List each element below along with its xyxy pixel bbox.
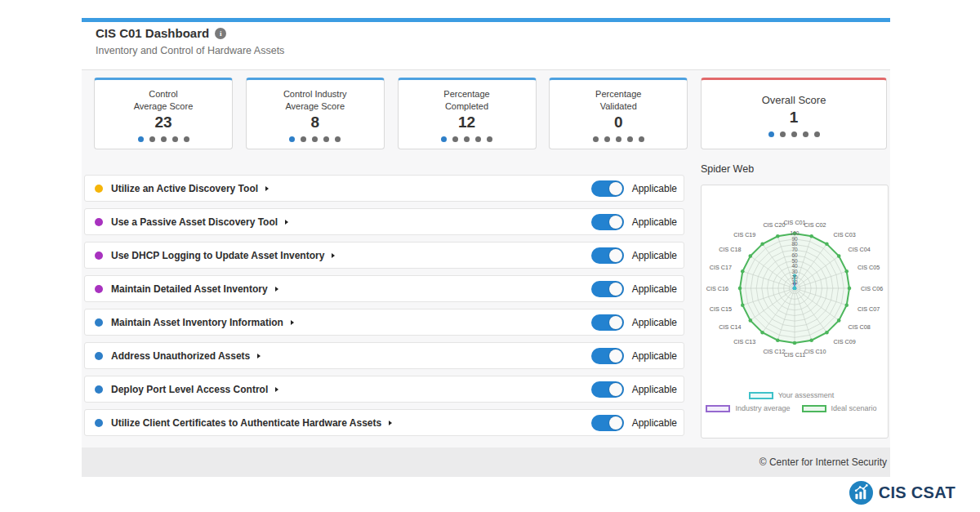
score-card-dots bbox=[768, 131, 820, 137]
expand-caret-icon[interactable] bbox=[291, 320, 294, 325]
toggle-knob bbox=[609, 416, 622, 430]
score-dot bbox=[184, 136, 189, 142]
applicable-label: Applicable bbox=[632, 384, 677, 395]
radar-legend: Your assessmentIndustry averageIdeal sce… bbox=[702, 391, 888, 412]
legend-swatch-icon bbox=[749, 392, 773, 399]
score-card-label: Control Industry Average Score bbox=[283, 88, 347, 113]
score-card-dots bbox=[289, 136, 341, 142]
score-dot bbox=[803, 131, 808, 137]
spider-web-title: Spider Web bbox=[701, 163, 754, 175]
controls-list: Utilize an Active Discovery Tool Applica… bbox=[84, 175, 684, 443]
footer-bar: © Center for Internet Security bbox=[82, 447, 890, 477]
svg-text:CIS C15: CIS C15 bbox=[710, 305, 732, 313]
expand-caret-icon[interactable] bbox=[285, 220, 288, 225]
toggle-knob bbox=[609, 249, 622, 262]
applicable-label: Applicable bbox=[632, 283, 677, 295]
applicable-toggle[interactable] bbox=[591, 348, 624, 364]
score-dot bbox=[814, 131, 820, 137]
score-dot bbox=[172, 136, 178, 142]
score-card-label: Percentage Completed bbox=[443, 88, 489, 113]
control-label: Utilize Client Certificates to Authentic… bbox=[111, 417, 381, 429]
toggle-knob bbox=[609, 316, 622, 329]
control-row[interactable]: Use a Passive Asset Discovery Tool Appli… bbox=[84, 208, 684, 235]
svg-text:30: 30 bbox=[791, 269, 798, 274]
score-card: Percentage Completed 12 bbox=[398, 78, 537, 149]
expand-caret-icon[interactable] bbox=[265, 186, 269, 191]
score-dot bbox=[289, 136, 295, 142]
score-dot bbox=[791, 131, 797, 137]
radar-chart: 102030405060708090100CIS C01CIS C02CIS C… bbox=[702, 185, 888, 386]
svg-text:CIS C01: CIS C01 bbox=[783, 219, 805, 226]
score-dot bbox=[604, 136, 610, 142]
copyright-text: © Center for Internet Security bbox=[760, 456, 887, 468]
control-row[interactable]: Utilize an Active Discovery Tool Applica… bbox=[84, 175, 684, 202]
score-dot bbox=[323, 136, 329, 142]
applicable-toggle[interactable] bbox=[591, 247, 624, 264]
applicable-toggle[interactable] bbox=[591, 381, 624, 398]
legend-label: Your assessment bbox=[778, 391, 835, 399]
svg-text:CIS C03: CIS C03 bbox=[834, 231, 856, 238]
page-subtitle: Inventory and Control of Hardware Assets bbox=[96, 45, 284, 56]
applicable-toggle[interactable] bbox=[591, 314, 624, 331]
control-row[interactable]: Use DHCP Logging to Update Asset Invento… bbox=[84, 242, 684, 269]
svg-text:CIS C07: CIS C07 bbox=[858, 305, 880, 313]
svg-text:70: 70 bbox=[791, 247, 798, 252]
status-bullet-icon bbox=[95, 185, 103, 193]
svg-text:CIS C05: CIS C05 bbox=[858, 264, 880, 271]
applicable-label: Applicable bbox=[632, 183, 677, 194]
info-icon[interactable]: i bbox=[215, 28, 226, 39]
status-bullet-icon bbox=[95, 218, 103, 226]
svg-text:CIS C20: CIS C20 bbox=[763, 221, 785, 229]
svg-text:CIS C16: CIS C16 bbox=[706, 285, 728, 292]
legend-label: Ideal scenario bbox=[831, 404, 877, 412]
expand-caret-icon[interactable] bbox=[275, 287, 278, 292]
svg-text:CIS C13: CIS C13 bbox=[733, 338, 755, 345]
score-card-dots bbox=[138, 136, 189, 142]
score-dot bbox=[768, 131, 774, 137]
score-card-label: Control Average Score bbox=[134, 88, 194, 113]
svg-text:CIS C11: CIS C11 bbox=[784, 351, 806, 358]
applicable-toggle[interactable] bbox=[591, 415, 624, 431]
control-label: Address Unauthorized Assets bbox=[111, 350, 250, 362]
legend-swatch-icon bbox=[802, 405, 826, 412]
score-card-value: 0 bbox=[614, 114, 623, 131]
score-dot bbox=[312, 136, 318, 142]
expand-caret-icon[interactable] bbox=[275, 387, 278, 392]
spider-web-panel: 102030405060708090100CIS C01CIS C02CIS C… bbox=[701, 185, 889, 439]
svg-text:60: 60 bbox=[791, 252, 798, 258]
score-dot bbox=[161, 136, 167, 142]
score-dot bbox=[627, 136, 633, 142]
toggle-knob bbox=[609, 216, 622, 229]
brand-text: CIS CSAT bbox=[879, 483, 956, 502]
status-bullet-icon bbox=[95, 285, 103, 293]
legend-item: Ideal scenario bbox=[802, 404, 884, 412]
svg-text:50: 50 bbox=[791, 258, 798, 264]
control-row[interactable]: Address Unauthorized Assets Applicable bbox=[84, 342, 684, 369]
expand-caret-icon[interactable] bbox=[332, 253, 335, 258]
svg-text:CIS C10: CIS C10 bbox=[804, 348, 826, 355]
score-dot bbox=[138, 136, 144, 142]
applicable-toggle[interactable] bbox=[591, 180, 624, 197]
page-title: CIS C01 Dashboard bbox=[96, 26, 209, 40]
toggle-knob bbox=[609, 349, 622, 363]
legend-swatch-icon bbox=[706, 405, 730, 412]
score-card-dots bbox=[441, 136, 492, 142]
status-bullet-icon bbox=[95, 385, 103, 394]
applicable-toggle[interactable] bbox=[591, 281, 624, 297]
applicable-toggle[interactable] bbox=[591, 214, 624, 230]
score-dot bbox=[639, 136, 644, 142]
score-card-dots bbox=[593, 136, 644, 142]
score-dot bbox=[335, 136, 341, 142]
svg-text:CIS C09: CIS C09 bbox=[834, 338, 856, 345]
status-bullet-icon bbox=[95, 318, 103, 327]
control-row[interactable]: Deploy Port Level Access Control Applica… bbox=[84, 376, 684, 403]
svg-text:CIS C17: CIS C17 bbox=[710, 264, 732, 271]
control-row[interactable]: Maintain Asset Inventory Information App… bbox=[84, 309, 684, 336]
expand-caret-icon[interactable] bbox=[257, 354, 261, 358]
expand-caret-icon[interactable] bbox=[389, 421, 392, 425]
applicable-label: Applicable bbox=[632, 417, 677, 429]
control-label: Deploy Port Level Access Control bbox=[111, 384, 268, 395]
svg-text:CIS C12: CIS C12 bbox=[763, 348, 785, 355]
control-row[interactable]: Maintain Detailed Asset Inventory Applic… bbox=[84, 275, 684, 302]
control-row[interactable]: Utilize Client Certificates to Authentic… bbox=[84, 409, 684, 436]
